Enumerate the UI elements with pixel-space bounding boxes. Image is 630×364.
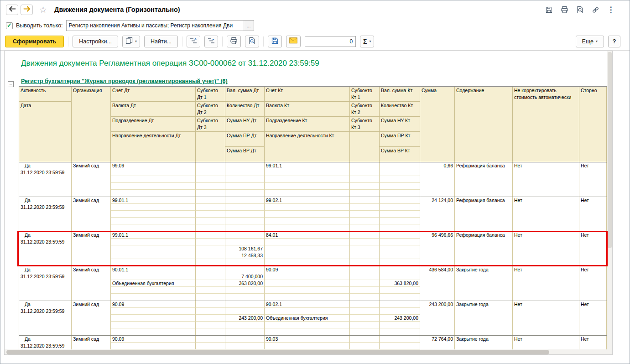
report-toolbar: Сформировать Настройки... ▾ Найти... 0 Σ… [0,32,630,51]
header-storno: Сторно [579,87,607,162]
register-group-link[interactable]: Регистр бухгалтерии "Журнал проводок (ре… [21,78,228,84]
toolbar-separator [68,36,68,47]
cell-kt-account-5 [265,259,350,266]
choose-button[interactable]: ... [244,21,254,31]
page-magnifier-icon [248,37,256,46]
cell-activity-date: Да31.12.2020 23:59:59 [19,336,72,349]
table-row[interactable]: Да31.12.2020 23:59:59Зимний сад99.01.110… [19,232,607,266]
cell-kt-account-2 [265,204,350,211]
cell-dt-subconto-3 [196,245,225,252]
more-menu-icon[interactable]: ⋮ [606,5,615,14]
vertical-scrollbar-thumb[interactable] [608,52,612,248]
cell-kt-subconto-4 [350,183,380,190]
cell-dt-subconto-2 [196,204,225,211]
cell-kt-sums-5 [380,328,420,335]
table-row[interactable]: Да31.12.2020 23:59:59Зимний сад99.0999.0… [19,162,607,197]
cell-dt-sums-1 [225,162,265,169]
titlebar-actions: ⋮ [544,5,615,14]
toolbar-mail-button[interactable] [286,36,301,47]
toolbar-preview-button[interactable] [245,36,259,47]
cell-kt-sums-5 [380,294,420,301]
sum-button[interactable]: Σ ▾ [360,36,374,47]
cell-kt-account-1: 90.09 [265,266,350,273]
cell-kt-account-5 [265,224,350,231]
cell-kt-sums-3 [380,245,420,252]
cell-dt-sums-1 [225,301,265,308]
header-kt-subconto-2: Субконто Кт 2 [350,102,380,117]
table-row[interactable]: Да31.12.2020 23:59:59Зимний сад90.09243 … [19,301,607,336]
forward-button[interactable] [21,5,33,15]
horizontal-scrollbar-thumb[interactable] [6,350,549,354]
more-button[interactable]: Еще ▾ [576,36,604,47]
header-dt-account-4: Направление деятельности Дт [111,132,196,162]
toolbar-save-button[interactable] [268,36,282,47]
help-button[interactable]: ? [608,36,620,47]
header-kt-sum-5: Сумма ВР Кт [380,147,420,162]
vertical-scrollbar[interactable] [607,51,612,349]
get-link-icon[interactable] [591,5,600,14]
cell-dt-sums-1 [225,232,265,239]
cell-dt-account-5 [111,190,196,197]
table-row[interactable]: Да31.12.2020 23:59:59Зимний сад99.01.199… [19,197,607,232]
expand-groups-button[interactable] [204,36,218,47]
favorites-star-icon[interactable]: ☆ [39,5,47,15]
header-dt-sum-4: Сумма ПР Дт [225,132,265,147]
cell-kt-sums-4 [380,322,420,328]
header-kt-sum-1: Вал. сумма Кт [380,87,420,102]
collapse-groups-button[interactable] [187,36,200,47]
toolbar-separator [222,36,223,47]
show-only-checkbox[interactable]: ✓ [6,22,13,29]
cell-activity-date: Да31.12.2020 23:59:59 [19,197,72,231]
horizontal-scrollbar[interactable] [5,349,612,354]
back-button[interactable] [6,5,18,15]
cell-kt-subconto-5 [350,294,380,301]
cell-dt-account-4 [111,252,196,259]
cell-dt-account-5 [111,259,196,266]
cell-dt-account-4 [111,287,196,294]
cell-kt-sums-2 [380,204,420,211]
table-row[interactable]: Да31.12.2020 23:59:59Зимний сад90.0990.0… [19,336,607,349]
cell-dt-account-2 [111,204,196,211]
copy-button[interactable]: ▾ [122,36,140,47]
group-expander[interactable]: − [8,81,14,87]
cell-sum: 96 496,66 [420,232,455,266]
find-button[interactable]: Найти... [144,36,178,47]
cell-kt-account-2 [265,343,350,349]
cell-kt-account-1: 99.01.1 [265,162,350,169]
expand-groups-icon [208,37,215,46]
cell-organization: Зимний сад [72,162,111,197]
cell-kt-subconto-2 [350,239,380,245]
header-dt-sum-3: Сумма НУ Дт [225,117,265,132]
save-icon[interactable] [544,5,553,14]
cell-kt-account-3 [265,280,350,287]
cell-dt-subconto-3 [196,280,225,287]
table-row[interactable]: Да31.12.2020 23:59:59Зимний сад90.01.1Об… [19,266,607,301]
header-dt-subconto-empty [196,132,225,162]
print-icon[interactable] [560,5,569,14]
cell-dt-account-5 [111,224,196,231]
counter-input[interactable]: 0 [305,36,356,47]
print-preview-icon[interactable] [575,5,584,14]
cell-kt-account-2 [265,239,350,245]
settings-button[interactable]: Настройки... [73,36,118,47]
cell-no-correct: Нет [513,197,579,231]
cell-dt-account-2 [111,343,196,349]
header-date: Дата [19,102,72,162]
report-area: − Движения документа Регламентная операц… [5,51,612,349]
cell-dt-account-3 [111,176,196,183]
filter-input[interactable]: Регистр накопления Активы и пассивы; Рег… [66,20,254,31]
cell-kt-sums-1 [380,197,420,204]
cell-kt-sums-1 [380,162,420,169]
cell-kt-subconto-3 [350,280,380,287]
header-kt-subconto-empty [350,132,380,162]
header-kt-sum-2: Количество Кт [380,102,420,117]
report-table-body: Да31.12.2020 23:59:59Зимний сад99.0999.0… [19,162,607,349]
cell-content: Реформация баланса [455,232,513,266]
cell-dt-subconto-2 [196,273,225,280]
cell-storno: Нет [579,197,607,231]
toolbar-print-button[interactable] [227,36,241,47]
cell-dt-sums-2 [225,204,265,211]
cell-dt-subconto-3 [196,211,225,218]
generate-button[interactable]: Сформировать [5,36,64,47]
cell-sum: 436 584,00 [420,266,455,301]
